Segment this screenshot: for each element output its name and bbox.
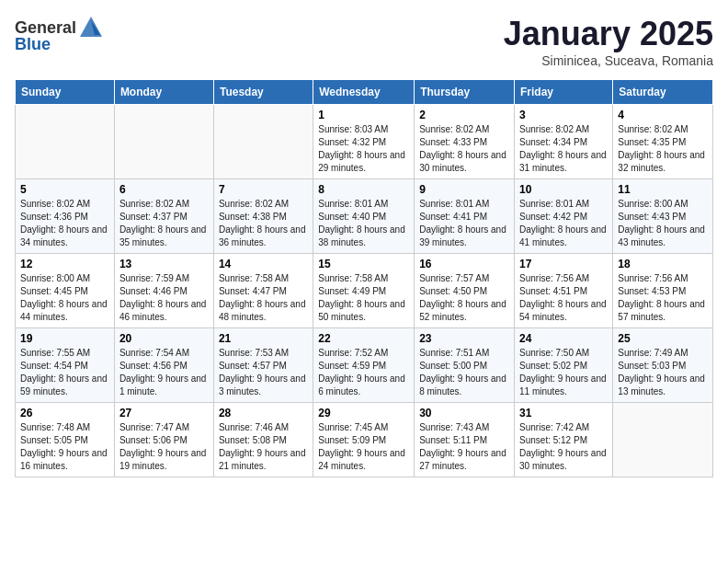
calendar-cell: 19Sunrise: 7:55 AM Sunset: 4:54 PM Dayli… (16, 328, 115, 403)
day-info: Sunrise: 7:51 AM Sunset: 5:00 PM Dayligh… (419, 347, 509, 398)
calendar-cell (213, 105, 313, 179)
day-info: Sunrise: 7:52 AM Sunset: 4:59 PM Dayligh… (318, 347, 409, 398)
day-number: 5 (20, 183, 109, 196)
day-info: Sunrise: 7:45 AM Sunset: 5:09 PM Dayligh… (318, 421, 409, 473)
week-row-5: 26Sunrise: 7:48 AM Sunset: 5:05 PM Dayli… (16, 403, 713, 477)
calendar-cell: 16Sunrise: 7:57 AM Sunset: 4:50 PM Dayli… (415, 254, 515, 328)
weekday-header-sunday: Sunday (16, 80, 115, 105)
calendar-cell: 23Sunrise: 7:51 AM Sunset: 5:00 PM Dayli… (415, 328, 515, 403)
month-title: January 2025 (504, 15, 713, 53)
day-info: Sunrise: 8:00 AM Sunset: 4:43 PM Dayligh… (618, 198, 708, 249)
calendar-cell (114, 105, 213, 179)
calendar-cell: 14Sunrise: 7:58 AM Sunset: 4:47 PM Dayli… (213, 254, 313, 328)
day-info: Sunrise: 8:01 AM Sunset: 4:41 PM Dayligh… (419, 198, 509, 249)
weekday-header-row: SundayMondayTuesdayWednesdayThursdayFrid… (16, 80, 713, 105)
calendar-cell: 28Sunrise: 7:46 AM Sunset: 5:08 PM Dayli… (213, 403, 313, 477)
day-number: 13 (119, 258, 209, 270)
day-info: Sunrise: 8:03 AM Sunset: 4:32 PM Dayligh… (318, 123, 409, 175)
weekday-header-saturday: Saturday (613, 80, 713, 105)
weekday-header-tuesday: Tuesday (213, 80, 313, 105)
weekday-header-wednesday: Wednesday (313, 80, 415, 105)
week-row-3: 12Sunrise: 8:00 AM Sunset: 4:45 PM Dayli… (16, 254, 713, 328)
weekday-header-monday: Monday (114, 80, 213, 105)
location-subtitle: Siminicea, Suceava, Romania (504, 53, 713, 68)
day-number: 21 (219, 332, 308, 345)
day-number: 23 (419, 332, 509, 345)
logo-blue: Blue (15, 35, 51, 54)
calendar-cell: 4Sunrise: 8:02 AM Sunset: 4:35 PM Daylig… (613, 105, 713, 179)
day-number: 24 (519, 332, 608, 345)
logo-icon (78, 15, 104, 40)
calendar-cell: 5Sunrise: 8:02 AM Sunset: 4:36 PM Daylig… (16, 179, 115, 254)
day-info: Sunrise: 8:02 AM Sunset: 4:35 PM Dayligh… (618, 123, 708, 175)
day-info: Sunrise: 7:49 AM Sunset: 5:03 PM Dayligh… (618, 347, 708, 398)
weekday-header-friday: Friday (515, 80, 613, 105)
calendar-cell (613, 403, 713, 477)
day-number: 7 (219, 183, 308, 196)
day-info: Sunrise: 8:00 AM Sunset: 4:45 PM Dayligh… (20, 272, 109, 324)
calendar-cell: 29Sunrise: 7:45 AM Sunset: 5:09 PM Dayli… (313, 403, 415, 477)
day-info: Sunrise: 7:50 AM Sunset: 5:02 PM Dayligh… (519, 347, 608, 398)
calendar-cell: 30Sunrise: 7:43 AM Sunset: 5:11 PM Dayli… (415, 403, 515, 477)
calendar-cell: 11Sunrise: 8:00 AM Sunset: 4:43 PM Dayli… (613, 179, 713, 254)
day-number: 11 (618, 183, 708, 196)
day-number: 17 (519, 258, 608, 270)
weekday-header-thursday: Thursday (415, 80, 515, 105)
day-info: Sunrise: 7:42 AM Sunset: 5:12 PM Dayligh… (519, 421, 608, 473)
week-row-4: 19Sunrise: 7:55 AM Sunset: 4:54 PM Dayli… (16, 328, 713, 403)
day-info: Sunrise: 7:47 AM Sunset: 5:06 PM Dayligh… (119, 421, 209, 473)
day-number: 16 (419, 258, 509, 270)
calendar-cell: 8Sunrise: 8:01 AM Sunset: 4:40 PM Daylig… (313, 179, 415, 254)
week-row-1: 1Sunrise: 8:03 AM Sunset: 4:32 PM Daylig… (16, 105, 713, 179)
calendar-cell: 12Sunrise: 8:00 AM Sunset: 4:45 PM Dayli… (16, 254, 115, 328)
calendar-cell: 21Sunrise: 7:53 AM Sunset: 4:57 PM Dayli… (213, 328, 313, 403)
day-number: 31 (519, 407, 608, 419)
day-info: Sunrise: 7:56 AM Sunset: 4:53 PM Dayligh… (618, 272, 708, 324)
day-info: Sunrise: 8:02 AM Sunset: 4:37 PM Dayligh… (119, 198, 209, 249)
day-number: 8 (318, 183, 409, 196)
calendar-cell: 7Sunrise: 8:02 AM Sunset: 4:38 PM Daylig… (213, 179, 313, 254)
day-info: Sunrise: 7:46 AM Sunset: 5:08 PM Dayligh… (219, 421, 308, 473)
day-number: 12 (20, 258, 109, 270)
calendar-cell: 17Sunrise: 7:56 AM Sunset: 4:51 PM Dayli… (515, 254, 613, 328)
calendar-cell: 18Sunrise: 7:56 AM Sunset: 4:53 PM Dayli… (613, 254, 713, 328)
day-number: 9 (419, 183, 509, 196)
day-number: 30 (419, 407, 509, 419)
page-header: General Blue January 2025 Siminicea, Suc… (15, 15, 713, 68)
day-number: 22 (318, 332, 409, 345)
day-number: 4 (618, 109, 708, 121)
calendar-table: SundayMondayTuesdayWednesdayThursdayFrid… (15, 79, 713, 477)
day-info: Sunrise: 8:02 AM Sunset: 4:34 PM Dayligh… (519, 123, 608, 175)
day-number: 27 (119, 407, 209, 419)
calendar-cell: 26Sunrise: 7:48 AM Sunset: 5:05 PM Dayli… (16, 403, 115, 477)
calendar-cell: 13Sunrise: 7:59 AM Sunset: 4:46 PM Dayli… (114, 254, 213, 328)
calendar-cell: 1Sunrise: 8:03 AM Sunset: 4:32 PM Daylig… (313, 105, 415, 179)
day-number: 2 (419, 109, 509, 121)
day-number: 3 (519, 109, 608, 121)
day-info: Sunrise: 7:43 AM Sunset: 5:11 PM Dayligh… (419, 421, 509, 473)
day-number: 19 (20, 332, 109, 345)
day-info: Sunrise: 7:55 AM Sunset: 4:54 PM Dayligh… (20, 347, 109, 398)
calendar-cell: 31Sunrise: 7:42 AM Sunset: 5:12 PM Dayli… (515, 403, 613, 477)
day-info: Sunrise: 8:02 AM Sunset: 4:36 PM Dayligh… (20, 198, 109, 249)
day-info: Sunrise: 8:02 AM Sunset: 4:38 PM Dayligh… (219, 198, 308, 249)
day-number: 1 (318, 109, 409, 121)
day-number: 25 (618, 332, 708, 345)
calendar-cell: 22Sunrise: 7:52 AM Sunset: 4:59 PM Dayli… (313, 328, 415, 403)
day-info: Sunrise: 7:57 AM Sunset: 4:50 PM Dayligh… (419, 272, 509, 324)
calendar-cell: 15Sunrise: 7:58 AM Sunset: 4:49 PM Dayli… (313, 254, 415, 328)
calendar-cell: 3Sunrise: 8:02 AM Sunset: 4:34 PM Daylig… (515, 105, 613, 179)
day-info: Sunrise: 8:01 AM Sunset: 4:40 PM Dayligh… (318, 198, 409, 249)
day-info: Sunrise: 7:58 AM Sunset: 4:49 PM Dayligh… (318, 272, 409, 324)
logo: General Blue (15, 15, 104, 54)
calendar-cell: 24Sunrise: 7:50 AM Sunset: 5:02 PM Dayli… (515, 328, 613, 403)
day-number: 10 (519, 183, 608, 196)
day-number: 29 (318, 407, 409, 419)
day-info: Sunrise: 7:53 AM Sunset: 4:57 PM Dayligh… (219, 347, 308, 398)
day-info: Sunrise: 7:58 AM Sunset: 4:47 PM Dayligh… (219, 272, 308, 324)
calendar-cell: 20Sunrise: 7:54 AM Sunset: 4:56 PM Dayli… (114, 328, 213, 403)
day-info: Sunrise: 7:48 AM Sunset: 5:05 PM Dayligh… (20, 421, 109, 473)
day-info: Sunrise: 8:01 AM Sunset: 4:42 PM Dayligh… (519, 198, 608, 249)
day-number: 18 (618, 258, 708, 270)
day-number: 28 (219, 407, 308, 419)
